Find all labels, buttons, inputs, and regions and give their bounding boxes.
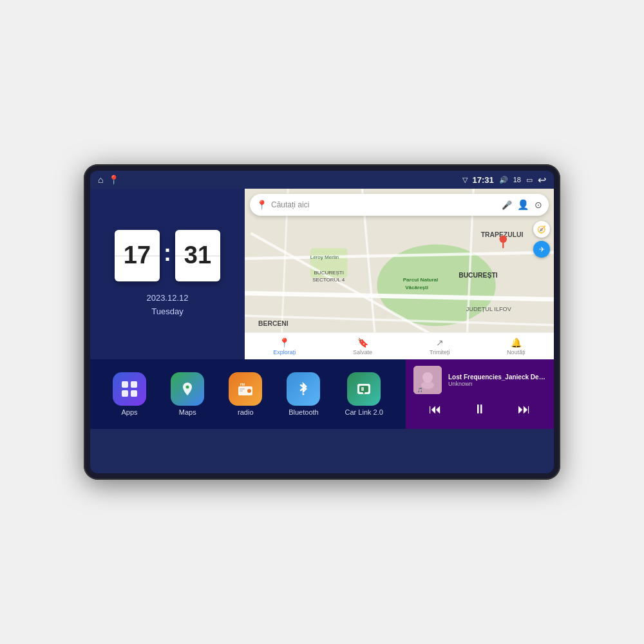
bottom-row: Apps Maps <box>90 359 554 429</box>
music-top: 🎵 Lost Frequencies_Janieck Devy-... Unkn… <box>413 366 546 394</box>
play-pause-button[interactable]: ⏸ <box>468 399 491 419</box>
bluetooth-icon <box>287 372 320 406</box>
svg-rect-29 <box>240 388 245 390</box>
svg-rect-24 <box>122 390 128 397</box>
svg-point-28 <box>247 389 251 393</box>
status-right: ▽ 17:31 🔊 18 ▭ ↩ <box>462 174 547 186</box>
app-item-carlink[interactable]: Car Link 2.0 <box>345 372 383 416</box>
map-bottom-nav: 📍 Explorați 🔖 Salvate ↗ Trimiteți 🔔 <box>245 332 554 359</box>
svg-text:🎵: 🎵 <box>417 387 423 393</box>
saved-label: Salvate <box>353 349 372 355</box>
svg-text:Văcărești: Văcărești <box>405 285 428 290</box>
music-info: Lost Frequencies_Janieck Devy-... Unknow… <box>448 374 546 387</box>
top-row: 17 : 31 2023.12.12 Tuesday <box>90 189 554 359</box>
back-icon[interactable]: ↩ <box>538 174 546 186</box>
map-search-placeholder[interactable]: Căutați aici <box>271 200 502 209</box>
svg-text:BUCUREȘTI: BUCUREȘTI <box>459 272 498 279</box>
next-button[interactable]: ⏭ <box>513 399 536 419</box>
svg-point-32 <box>303 393 305 395</box>
svg-rect-30 <box>240 390 243 392</box>
map-nav-share[interactable]: ↗ Trimiteți <box>430 337 450 355</box>
svg-rect-23 <box>131 381 137 388</box>
status-left-icons: ⌂ 📍 <box>98 175 119 185</box>
bluetooth-label: Bluetooth <box>289 408 318 416</box>
music-panel: 🎵 Lost Frequencies_Janieck Devy-... Unkn… <box>406 359 554 429</box>
volume-icon: 🔊 <box>499 176 508 184</box>
compass-icon[interactable]: 🧭 <box>533 221 550 238</box>
navigate-icon[interactable]: ✈ <box>533 241 550 258</box>
music-title: Lost Frequencies_Janieck Devy-... <box>448 374 546 381</box>
album-art: 🎵 <box>413 366 442 394</box>
svg-point-26 <box>186 386 189 389</box>
share-icon: ↗ <box>436 337 444 348</box>
carlink-icon <box>347 372 381 406</box>
app-item-apps[interactable]: Apps <box>113 372 146 416</box>
clock-date: 2023.12.12 Tuesday <box>146 292 188 319</box>
radio-label: radio <box>238 408 253 416</box>
svg-text:BUCUREȘTI: BUCUREȘTI <box>314 270 345 276</box>
svg-rect-22 <box>122 381 128 388</box>
svg-text:SECTORUL 4: SECTORUL 4 <box>312 277 345 283</box>
svg-point-38 <box>422 372 433 383</box>
explore-label: Explorați <box>273 349 296 355</box>
map-search-icons: 🎤 👤 ⊙ <box>502 199 542 211</box>
battery-level: 18 <box>513 176 521 184</box>
apps-panel: Apps Maps <box>90 359 406 429</box>
maps-icon <box>171 372 204 406</box>
battery-icon: ▭ <box>526 176 533 184</box>
share-label: Trimiteți <box>430 349 450 355</box>
saved-icon: 🔖 <box>357 337 368 348</box>
status-bar: ⌂ 📍 ▽ 17:31 🔊 18 ▭ ↩ <box>90 171 554 189</box>
music-artist: Unknown <box>448 381 546 387</box>
svg-text:Leroy Merlin: Leroy Merlin <box>310 254 339 260</box>
clock-minutes: 31 <box>175 230 220 281</box>
svg-text:Parcul Natural: Parcul Natural <box>403 277 439 283</box>
news-label: Noutăți <box>507 349 526 355</box>
signal-icon: ▽ <box>462 176 468 184</box>
svg-text:FM: FM <box>240 383 245 386</box>
map-search-bar[interactable]: 📍 Căutați aici 🎤 👤 ⊙ <box>250 194 549 216</box>
map-nav-saved[interactable]: 🔖 Salvate <box>353 337 372 355</box>
flip-clock: 17 : 31 <box>115 230 220 281</box>
news-icon: 🔔 <box>511 337 522 348</box>
svg-text:BERCENI: BERCENI <box>258 320 289 327</box>
app-item-maps[interactable]: Maps <box>171 372 204 416</box>
main-content: 17 : 31 2023.12.12 Tuesday <box>90 189 554 473</box>
svg-rect-35 <box>361 387 364 391</box>
map-side-buttons: 🧭 ✈ <box>533 221 550 258</box>
user-icon[interactable]: 👤 <box>517 199 529 211</box>
prev-button[interactable]: ⏮ <box>424 399 447 419</box>
map-nav-news[interactable]: 🔔 Noutăți <box>507 337 526 355</box>
app-item-radio[interactable]: FM radio <box>229 372 262 416</box>
device: ⌂ 📍 ▽ 17:31 🔊 18 ▭ ↩ 17 : <box>84 164 560 480</box>
mic-icon[interactable]: 🎤 <box>502 200 512 210</box>
carlink-label: Car Link 2.0 <box>345 408 383 416</box>
app-item-bluetooth[interactable]: Bluetooth <box>287 372 320 416</box>
layers-icon[interactable]: ⊙ <box>535 200 542 210</box>
svg-point-20 <box>500 236 507 243</box>
radio-icon: FM <box>229 372 262 406</box>
svg-point-36 <box>363 392 365 394</box>
apps-icon <box>113 372 146 406</box>
map-nav-explore[interactable]: 📍 Explorați <box>273 337 296 355</box>
svg-point-39 <box>421 381 434 389</box>
svg-rect-25 <box>131 390 137 397</box>
music-controls: ⏮ ⏸ ⏭ <box>413 399 546 419</box>
maps-shortcut-icon[interactable]: 📍 <box>108 175 119 185</box>
maps-label: Maps <box>179 408 196 416</box>
map-panel[interactable]: TRAPEZULUI BUCUREȘTI JUDEȚUL ILFOV BERCE… <box>245 189 554 359</box>
home-icon[interactable]: ⌂ <box>98 175 103 185</box>
screen: ⌂ 📍 ▽ 17:31 🔊 18 ▭ ↩ 17 : <box>90 171 554 473</box>
map-pin-icon: 📍 <box>256 200 267 210</box>
time-display: 17:31 <box>473 175 494 185</box>
clock-hours: 17 <box>115 230 160 281</box>
clock-colon: : <box>164 240 171 267</box>
clock-panel: 17 : 31 2023.12.12 Tuesday <box>90 189 245 359</box>
svg-text:JUDEȚUL ILFOV: JUDEȚUL ILFOV <box>466 306 512 312</box>
explore-icon: 📍 <box>279 337 290 348</box>
apps-label: Apps <box>122 408 138 416</box>
